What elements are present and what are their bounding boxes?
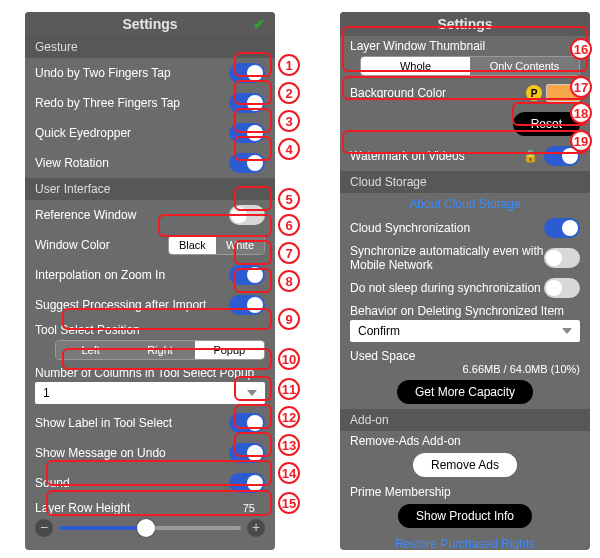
dropdown-confirm-value: Confirm bbox=[358, 324, 400, 338]
row-no-sleep: Do not sleep during synchronization bbox=[340, 275, 590, 301]
row-tool-pos: Left Right Popup bbox=[25, 337, 275, 363]
settings-panel-left: Settings ✔ Gesture Undo by Two Fingers T… bbox=[25, 12, 275, 550]
panel-title: Settings bbox=[122, 16, 177, 32]
seg-tool-popup[interactable]: Popup bbox=[195, 341, 264, 359]
seg-window-black[interactable]: Black bbox=[169, 236, 216, 254]
toggle-suggest-processing[interactable] bbox=[229, 295, 265, 315]
row-window-color: Window Color Black White bbox=[25, 230, 275, 260]
seg-thumb-right: Whole Only Contents bbox=[360, 56, 580, 76]
toggle-show-msg-undo[interactable] bbox=[229, 443, 265, 463]
label-quick-eyedropper: Quick Eyedropper bbox=[35, 126, 229, 140]
row-sync-mobile: Synchronize automatically even with Mobi… bbox=[340, 241, 590, 275]
seg-window-color: Black White bbox=[168, 235, 265, 255]
label-num-cols: Number of Columns in Tool Select Popup bbox=[25, 363, 275, 380]
annotation-badge: 5 bbox=[278, 188, 300, 210]
label-remove-ads-addon: Remove-Ads Add-on bbox=[340, 431, 590, 448]
toggle-no-sleep[interactable] bbox=[544, 278, 580, 298]
annotation-badge: 14 bbox=[278, 462, 300, 484]
title-bar: Settings ✔ bbox=[25, 12, 275, 36]
get-more-capacity-button[interactable]: Get More Capacity bbox=[397, 380, 533, 404]
toggle-sound[interactable] bbox=[229, 473, 265, 493]
reset-button[interactable]: Reset bbox=[513, 112, 580, 136]
row-undo-two-fingers: Undo by Two Fingers Tap bbox=[25, 58, 275, 88]
label-tool-select-position: Tool Select Position bbox=[25, 320, 275, 337]
toggle-undo-two[interactable] bbox=[229, 63, 265, 83]
seg-window-white[interactable]: White bbox=[216, 236, 264, 254]
show-product-info-button[interactable]: Show Product Info bbox=[398, 504, 532, 528]
row-reference-window: Reference Window bbox=[25, 200, 275, 230]
annotation-badge: 10 bbox=[278, 348, 300, 370]
annotation-badge: 7 bbox=[278, 242, 300, 264]
slider-track[interactable] bbox=[59, 526, 241, 530]
title-bar-right: Settings bbox=[340, 12, 590, 36]
row-show-product: Show Product Info bbox=[340, 499, 590, 533]
row-background-color: Background Color P bbox=[340, 79, 590, 107]
row-watermark: Watermark on Videos 🔒 bbox=[340, 141, 590, 171]
row-redo-three-fingers: Redo by Three Fingers Tap bbox=[25, 88, 275, 118]
section-cloud: Cloud Storage bbox=[340, 171, 590, 193]
toggle-sync-mobile[interactable] bbox=[544, 248, 580, 268]
label-layer-row-height: Layer Row Height bbox=[35, 501, 243, 515]
slider-layer-row-height: − + bbox=[25, 515, 275, 545]
confirm-check-icon[interactable]: ✔ bbox=[253, 16, 265, 32]
label-layer-window-thumb: Layer Window Thumbnail bbox=[340, 36, 590, 53]
row-drag-left-reorder: Drag Left Side to Reorder Layers bbox=[25, 545, 275, 550]
section-addon: Add-on bbox=[340, 409, 590, 431]
label-show-msg-undo: Show Message on Undo bbox=[35, 446, 229, 460]
toggle-show-label-tool[interactable] bbox=[229, 413, 265, 433]
label-behavior-delete: Behavior on Deleting Synchronized Item bbox=[340, 301, 590, 318]
dropdown-confirm[interactable]: Confirm bbox=[350, 320, 580, 342]
label-prime-membership: Prime Membership bbox=[340, 482, 590, 499]
label-no-sleep: Do not sleep during synchronization bbox=[350, 281, 544, 295]
label-cloud-sync: Cloud Synchronization bbox=[350, 221, 544, 235]
remove-ads-button[interactable]: Remove Ads bbox=[413, 453, 517, 477]
toggle-redo-three[interactable] bbox=[229, 93, 265, 113]
slider-thumb[interactable] bbox=[137, 519, 155, 537]
chevron-down-icon bbox=[562, 328, 572, 334]
row-quick-eyedropper: Quick Eyedropper bbox=[25, 118, 275, 148]
annotation-badge: 2 bbox=[278, 82, 300, 104]
label-show-label-tool: Show Label in Tool Select bbox=[35, 416, 229, 430]
seg-thumb-whole[interactable]: Whole bbox=[361, 57, 470, 75]
link-about-cloud[interactable]: About Cloud Storage bbox=[340, 193, 590, 215]
label-view-rotation: View Rotation bbox=[35, 156, 229, 170]
section-ui: User Interface bbox=[25, 178, 275, 200]
annotation-badge: 1 bbox=[278, 54, 300, 76]
label-interp-zoom: Interpolation on Zoom In bbox=[35, 268, 229, 282]
annotation-badge: 9 bbox=[278, 308, 300, 330]
annotation-badge: 3 bbox=[278, 110, 300, 132]
dropdown-num-cols[interactable]: 1 bbox=[35, 382, 265, 404]
seg-thumb-only[interactable]: Only Contents bbox=[470, 57, 579, 75]
label-watermark: Watermark on Videos bbox=[350, 149, 523, 163]
toggle-quick-eyedropper[interactable] bbox=[229, 123, 265, 143]
row-cloud-sync: Cloud Synchronization bbox=[340, 215, 590, 241]
dropdown-num-cols-value: 1 bbox=[43, 386, 50, 400]
value-used-space: 6.66MB / 64.0MB (10%) bbox=[340, 363, 590, 375]
annotation-badge: 11 bbox=[278, 378, 300, 400]
toggle-watermark[interactable] bbox=[544, 146, 580, 166]
seg-tool-pos: Left Right Popup bbox=[55, 340, 265, 360]
annotation-badge: 6 bbox=[278, 214, 300, 236]
label-sound: Sound bbox=[35, 476, 229, 490]
seg-tool-left[interactable]: Left bbox=[56, 341, 125, 359]
row-view-rotation: View Rotation bbox=[25, 148, 275, 178]
toggle-cloud-sync[interactable] bbox=[544, 218, 580, 238]
row-thumb-right: Whole Only Contents bbox=[340, 53, 590, 79]
toggle-interp-zoom[interactable] bbox=[229, 265, 265, 285]
label-background-color: Background Color bbox=[350, 86, 526, 100]
chevron-down-icon bbox=[247, 390, 257, 396]
annotation-badge: 12 bbox=[278, 406, 300, 428]
row-reset: Reset bbox=[340, 107, 590, 141]
slider-minus-button[interactable]: − bbox=[35, 519, 53, 537]
toggle-view-rotation[interactable] bbox=[229, 153, 265, 173]
label-sync-mobile: Synchronize automatically even with Mobi… bbox=[350, 244, 544, 272]
seg-tool-right[interactable]: Right bbox=[125, 341, 194, 359]
color-swatch[interactable] bbox=[546, 84, 580, 102]
toggle-reference-window[interactable] bbox=[229, 205, 265, 225]
slider-plus-button[interactable]: + bbox=[247, 519, 265, 537]
link-restore-rights[interactable]: Restore Purchased Rights bbox=[340, 533, 590, 550]
label-window-color: Window Color bbox=[35, 238, 168, 252]
panel-title-right: Settings bbox=[437, 16, 492, 32]
annotation-badge: 13 bbox=[278, 434, 300, 456]
row-interpolation-zoom: Interpolation on Zoom In bbox=[25, 260, 275, 290]
